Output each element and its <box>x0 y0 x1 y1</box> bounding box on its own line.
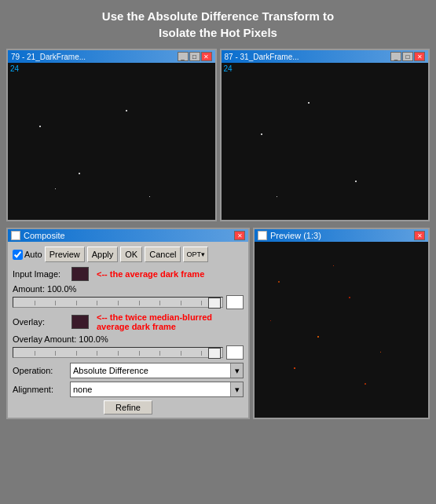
preview-panel: Preview (1:3) ✕ <box>253 228 430 419</box>
ok-button[interactable]: OK <box>120 247 142 262</box>
right-window-title: 87 - 31_DarkFrame... <box>225 53 391 61</box>
overlay-amount-slider[interactable] <box>13 347 223 358</box>
amount-slider-thumb[interactable] <box>208 298 221 309</box>
opt-button[interactable]: OPT ▾ <box>183 247 208 262</box>
operation-value: Absolute Difference <box>71 363 230 378</box>
overlay-amount-value-box <box>226 345 244 360</box>
left-window-titlebar: 79 - 21_DarkFrame... _ □ ✕ <box>8 50 215 63</box>
bottom-section: Composite ✕ Auto Preview Apply OK Cancel… <box>0 225 436 422</box>
overlay-amount-slider-thumb[interactable] <box>208 348 221 359</box>
right-image-content: 24 <box>222 63 429 220</box>
right-window-minimize[interactable]: _ <box>390 52 401 61</box>
alignment-dropdown-btn[interactable]: ▾ <box>230 382 243 396</box>
alignment-select[interactable]: none ▾ <box>70 382 244 397</box>
overlay-row: Overlay: <-- the twice median-blurred av… <box>13 312 244 331</box>
alignment-label: Alignment: <box>13 385 66 394</box>
left-window-close[interactable]: ✕ <box>201 52 212 61</box>
preview-button[interactable]: Preview <box>45 247 85 262</box>
operation-dropdown-btn[interactable]: ▾ <box>230 363 243 378</box>
alignment-value: none <box>71 382 230 396</box>
left-window-minimize[interactable]: _ <box>178 52 189 61</box>
apply-button[interactable]: Apply <box>87 247 119 262</box>
preview-image <box>255 242 428 418</box>
input-image-label: Input Image: <box>13 269 68 279</box>
operation-label: Operation: <box>13 366 66 375</box>
overlay-amount-label: Overlay Amount: 100.0% <box>13 334 244 344</box>
left-image-window: 79 - 21_DarkFrame... _ □ ✕ 24 <box>6 49 217 221</box>
preview-icon <box>258 231 267 240</box>
left-image-content: 24 <box>8 63 215 220</box>
composite-window-buttons: ✕ <box>234 231 245 240</box>
composite-body: Auto Preview Apply OK Cancel OPT ▾ Input… <box>8 242 248 418</box>
right-window-maximize[interactable]: □ <box>402 52 413 61</box>
amount-value-box <box>226 295 244 309</box>
overlay-amount-slider-row <box>13 345 244 360</box>
left-image-number: 24 <box>10 64 19 73</box>
operation-select[interactable]: Absolute Difference ▾ <box>70 363 244 378</box>
amount-slider-row <box>13 295 244 309</box>
right-window-close[interactable]: ✕ <box>414 52 425 61</box>
operation-row: Operation: Absolute Difference ▾ <box>13 363 244 378</box>
left-window-maximize[interactable]: □ <box>189 52 200 61</box>
page-title: Use the Absolute Difference Transform to… <box>0 0 436 47</box>
composite-title-text: Composite <box>24 231 65 240</box>
composite-panel: Composite ✕ Auto Preview Apply OK Cancel… <box>6 228 250 419</box>
composite-icon <box>11 231 20 240</box>
amount-label: Amount: 100.0% <box>13 284 244 294</box>
refine-button[interactable]: Refine <box>104 400 152 415</box>
preview-close-button[interactable]: ✕ <box>414 231 425 240</box>
right-image-number: 24 <box>224 64 233 73</box>
cancel-button[interactable]: Cancel <box>145 247 181 262</box>
top-image-windows: 79 - 21_DarkFrame... _ □ ✕ 24 87 - 31_Da… <box>0 49 436 221</box>
overlay-label: Overlay: <box>13 317 68 327</box>
composite-close-button[interactable]: ✕ <box>234 231 245 240</box>
preview-titlebar: Preview (1:3) ✕ <box>255 229 428 242</box>
right-image-window: 87 - 31_DarkFrame... _ □ ✕ 24 <box>220 49 431 221</box>
alignment-row: Alignment: none ▾ <box>13 382 244 397</box>
auto-checkbox[interactable] <box>13 250 23 260</box>
preview-title: Preview (1:3) <box>270 231 321 240</box>
composite-title-left: Composite <box>11 231 65 240</box>
preview-window-buttons: ✕ <box>414 231 425 240</box>
left-window-title: 79 - 21_DarkFrame... <box>11 53 178 61</box>
annotation1: <-- the average dark frame <box>97 269 204 279</box>
right-window-titlebar: 87 - 31_DarkFrame... _ □ ✕ <box>222 50 429 63</box>
composite-titlebar: Composite ✕ <box>8 229 248 242</box>
overlay-swatch[interactable] <box>71 315 89 329</box>
composite-toolbar: Auto Preview Apply OK Cancel OPT ▾ <box>13 247 244 262</box>
amount-slider[interactable] <box>13 297 223 308</box>
annotation2: <-- the twice median-blurred average dar… <box>97 312 212 331</box>
left-window-buttons: _ □ ✕ <box>178 52 212 61</box>
auto-checkbox-label[interactable]: Auto <box>13 250 42 260</box>
input-image-swatch[interactable] <box>71 267 89 281</box>
input-image-row: Input Image: <-- the average dark frame <box>13 267 244 281</box>
right-window-buttons: _ □ ✕ <box>390 52 425 61</box>
